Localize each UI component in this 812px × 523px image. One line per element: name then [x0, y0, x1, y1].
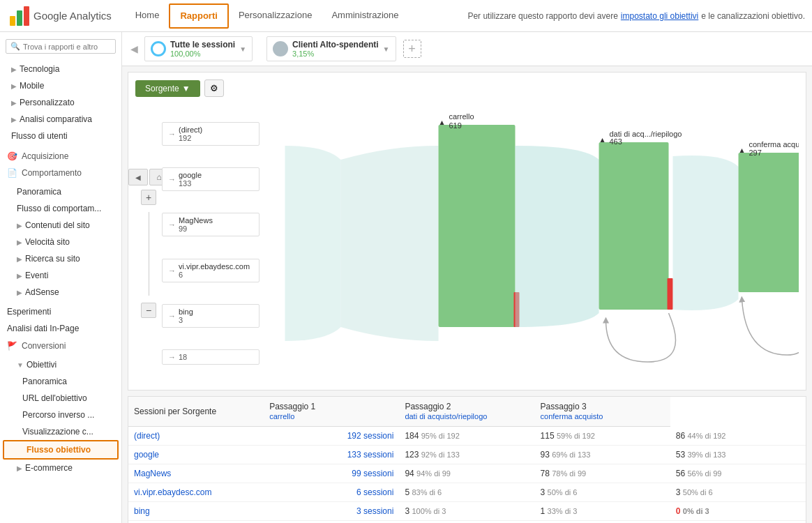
- main-nav: Home Rapporti Personalizzazione Amminist…: [126, 0, 409, 31]
- sidebar-item-esperimenti[interactable]: Esperimenti: [0, 303, 121, 320]
- table-row: google 133 sessioni 123 92% di 133 93 69…: [128, 446, 806, 464]
- table-row: bing 3 sessioni 3 100% di 3 1 33% di 3 0…: [128, 502, 806, 521]
- zoom-out-button[interactable]: −: [141, 303, 156, 318]
- row-p1-4: 3 100% di 3: [399, 502, 534, 521]
- sidebar-item-analisi-inpage[interactable]: Analisi dati In-Page: [0, 320, 121, 337]
- nav-amministrazione[interactable]: Amministrazione: [322, 0, 408, 31]
- funnel-svg: carrello 619 dati di acq.../riepilogo 46…: [260, 104, 799, 383]
- row-sessions-4[interactable]: 3 sessioni: [264, 502, 399, 521]
- row-p2-4: 1 33% di 3: [535, 502, 670, 521]
- sidebar-item-flusso-obiettivo[interactable]: Flusso obiettivo: [3, 440, 119, 460]
- segment-high-dropdown[interactable]: ▼: [383, 45, 390, 53]
- svg-rect-8: [599, 142, 669, 310]
- svg-rect-9: [668, 278, 673, 310]
- nav-back-button[interactable]: ◀: [128, 169, 148, 185]
- settings-button[interactable]: ⚙: [204, 79, 224, 97]
- info-text: Per utilizzare questo rapporto devi aver…: [467, 11, 617, 21]
- sidebar-item-velocita[interactable]: ▶Velocità sito: [0, 234, 121, 250]
- source-bing[interactable]: → bing3: [162, 304, 260, 328]
- row-p3-0: 86 44% di 192: [670, 427, 806, 446]
- row-sessions-0[interactable]: 192 sessioni: [264, 427, 399, 446]
- svg-marker-5: [440, 121, 444, 125]
- nav-home[interactable]: Home: [126, 0, 170, 31]
- sidebar-item-visualizzazione[interactable]: Visualizzazione c...: [0, 423, 121, 440]
- source-other[interactable]: → 18: [162, 349, 260, 365]
- row-source-0[interactable]: (direct): [128, 427, 264, 446]
- funnel-flow: carrello 619 dati di acq.../riepilogo 46…: [260, 104, 799, 383]
- row-p1-5: 16 88% di 18: [399, 521, 534, 524]
- source-magnews[interactable]: → MagNews99: [162, 213, 260, 236]
- svg-text:297: 297: [749, 149, 762, 157]
- sidebar-item-panoramica-obj[interactable]: Panoramica: [0, 373, 121, 390]
- add-segment-button[interactable]: +: [403, 40, 421, 58]
- source-direct[interactable]: → (direct)192: [162, 122, 260, 146]
- sidebar-collapse-btn[interactable]: ◀: [130, 43, 137, 54]
- segment-all-dropdown[interactable]: ▼: [239, 45, 246, 53]
- sidebar-item-flusso-utenti[interactable]: Flusso di utenti: [0, 128, 121, 144]
- sidebar-item-analisi[interactable]: ▶Analisi comparativa: [0, 111, 121, 128]
- sidebar-item-personalizzato[interactable]: ▶Personalizzato: [0, 94, 121, 111]
- sidebar-item-tecnologia[interactable]: ▶Tecnologia: [0, 61, 121, 77]
- segment-high-pct: 3,15%: [292, 50, 379, 58]
- row-source-1[interactable]: google: [128, 446, 264, 464]
- row-p2-1: 93 69% di 133: [535, 446, 670, 464]
- source-google[interactable]: → google133: [162, 167, 260, 191]
- source-ebay[interactable]: → vi.vipr.ebaydesc.com6: [162, 259, 260, 282]
- app-name: Google Analytics: [33, 10, 112, 22]
- conversioni-icon: 🚩: [7, 341, 17, 351]
- segment-all-sessions[interactable]: Tutte le sessioni 100,00% ▼: [144, 36, 253, 61]
- sidebar-group-comportamento[interactable]: 📄 Comportamento: [0, 164, 121, 181]
- main-content: ◀ Tutte le sessioni 100,00% ▼ Clienti Al…: [122, 32, 812, 523]
- svg-rect-1: [17, 10, 22, 26]
- svg-rect-3: [439, 125, 516, 327]
- sidebar-item-eventi[interactable]: ▶Eventi: [0, 267, 121, 284]
- search-bar[interactable]: 🔍: [6, 39, 116, 54]
- sidebar-item-contenuti[interactable]: ▶Contenuti del sito: [0, 217, 121, 234]
- svg-text:619: 619: [449, 121, 462, 130]
- search-input[interactable]: [23, 43, 111, 51]
- acquisizione-icon: 🎯: [7, 151, 17, 161]
- app-logo: Google Analytics: [7, 5, 112, 27]
- sidebar-item-adsense[interactable]: ▶AdSense: [0, 284, 121, 301]
- zoom-slider[interactable]: [149, 212, 149, 296]
- search-icon: 🔍: [10, 42, 20, 51]
- segment-high-label: Clienti Alto-spendenti: [292, 40, 379, 50]
- sidebar-item-percorso[interactable]: Percorso inverso ...: [0, 407, 121, 423]
- svg-rect-13: [739, 153, 799, 292]
- sidebar-item-panoramica-comp[interactable]: Panoramica: [0, 183, 121, 200]
- info-link[interactable]: impostato gli obiettivi: [621, 11, 698, 21]
- segment-high-spenders[interactable]: Clienti Alto-spendenti 3,15% ▼: [266, 36, 396, 61]
- sidebar-item-ecommerce[interactable]: ▶E-commerce: [0, 460, 121, 476]
- funnel-table: Sessioni per Sorgente Passaggio 1 carrel…: [128, 397, 806, 523]
- row-source-3[interactable]: vi.vipr.ebaydesc.com: [128, 483, 264, 502]
- sidebar-group-acquisizione[interactable]: 🎯 Acquisizione: [0, 147, 121, 164]
- col-header-p2: Passaggio 2 dati di acquisto/riepilogo: [399, 397, 534, 427]
- sidebar-item-ricerca[interactable]: ▶Ricerca su sito: [0, 250, 121, 267]
- row-sessions-1[interactable]: 133 sessioni: [264, 446, 399, 464]
- table-row: (direct) 192 sessioni 184 95% di 192 115…: [128, 427, 806, 446]
- row-sessions-5[interactable]: 18 sessioni: [264, 521, 399, 524]
- comportamento-icon: 📄: [7, 168, 17, 178]
- nav-personalizzazione[interactable]: Personalizzazione: [229, 0, 322, 31]
- row-source-5[interactable]: ...: [128, 521, 264, 524]
- row-source-2[interactable]: MagNews: [128, 464, 264, 483]
- sidebar-item-url-obiettivo[interactable]: URL dell'obiettivo: [0, 390, 121, 407]
- funnel-chart: ◀ ⌂ + − → (direct)192 → google133: [135, 104, 799, 383]
- row-sessions-3[interactable]: 6 sessioni: [264, 483, 399, 502]
- row-p3-4: 0 0% di 3: [670, 502, 806, 521]
- zoom-in-button[interactable]: +: [141, 190, 156, 205]
- sidebar-item-obiettivi[interactable]: ▼Obiettivi: [0, 356, 121, 373]
- sidebar-group-conversioni[interactable]: 🚩 Conversioni: [0, 337, 121, 354]
- row-p2-2: 78 78% di 99: [535, 464, 670, 483]
- segment-all-label: Tutte le sessioni: [170, 40, 235, 50]
- nav-info-bar: Per utilizzare questo rapporto devi aver…: [467, 11, 805, 21]
- funnel-nav: ◀ ⌂ + −: [135, 104, 162, 383]
- nav-rapporti[interactable]: Rapporti: [169, 3, 228, 29]
- row-p1-1: 123 92% di 133: [399, 446, 534, 464]
- row-source-4[interactable]: bing: [128, 502, 264, 521]
- row-sessions-2[interactable]: 99 sessioni: [264, 464, 399, 483]
- sorgente-button[interactable]: Sorgente ▼: [135, 80, 200, 97]
- sidebar-item-flusso-comp[interactable]: Flusso di comportam...: [0, 200, 121, 217]
- sidebar-item-mobile[interactable]: ▶Mobile: [0, 77, 121, 94]
- segment-circle-all: [151, 41, 166, 56]
